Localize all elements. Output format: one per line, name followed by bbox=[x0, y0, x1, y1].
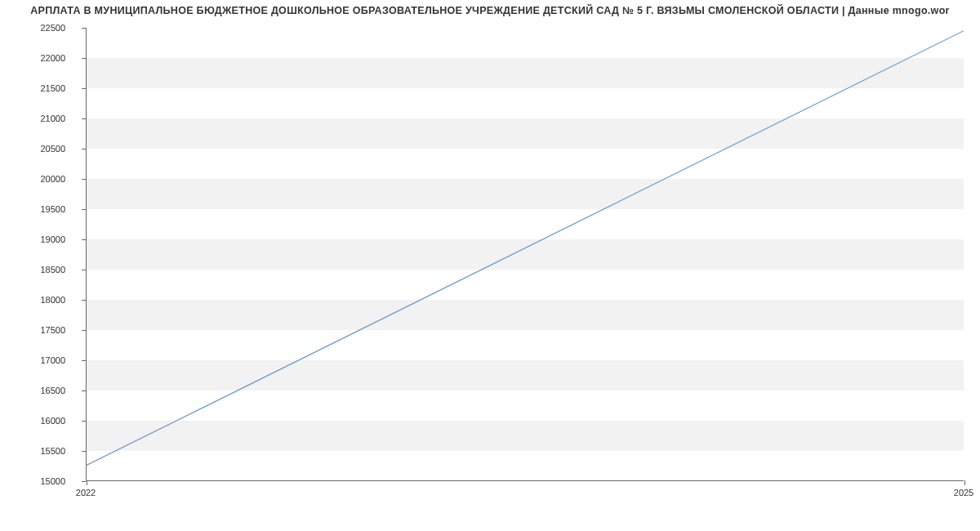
y-axis-label: 22500 bbox=[40, 23, 65, 33]
y-axis-label: 18000 bbox=[40, 295, 65, 305]
y-axis-label: 22000 bbox=[40, 53, 65, 63]
x-tick bbox=[964, 480, 965, 485]
y-tick bbox=[82, 149, 86, 149]
y-axis-label: 21500 bbox=[40, 83, 65, 93]
y-axis-label: 20000 bbox=[40, 174, 65, 184]
y-tick bbox=[82, 270, 86, 270]
y-tick bbox=[82, 330, 86, 331]
y-tick bbox=[82, 390, 86, 391]
y-axis-label: 18500 bbox=[40, 265, 65, 274]
y-tick bbox=[82, 239, 86, 240]
x-tick bbox=[87, 480, 87, 485]
plot-region bbox=[86, 28, 964, 481]
y-tick bbox=[82, 209, 86, 210]
y-axis-label: 19500 bbox=[40, 204, 65, 214]
y-tick bbox=[82, 360, 86, 361]
y-axis-label: 15000 bbox=[40, 476, 65, 486]
y-tick bbox=[82, 451, 86, 452]
y-tick bbox=[82, 88, 86, 89]
y-tick bbox=[82, 300, 86, 301]
y-tick bbox=[82, 118, 86, 119]
y-tick bbox=[82, 179, 86, 180]
y-tick bbox=[82, 481, 86, 482]
y-axis-label: 17500 bbox=[40, 325, 65, 335]
y-axis-label: 19000 bbox=[40, 234, 65, 244]
x-axis-label: 2025 bbox=[954, 488, 973, 498]
chart-area: 1500015500160001650017000175001800018500… bbox=[8, 20, 972, 502]
y-axis-label: 17000 bbox=[40, 355, 65, 365]
y-axis-label: 21000 bbox=[40, 114, 65, 123]
y-tick bbox=[82, 28, 86, 29]
data-line bbox=[87, 31, 964, 466]
y-axis-label: 16500 bbox=[40, 386, 65, 395]
line-svg bbox=[87, 28, 964, 480]
y-tick bbox=[82, 58, 86, 59]
y-axis-label: 16000 bbox=[40, 416, 65, 426]
chart-title: АРПЛАТА В МУНИЦИПАЛЬНОЕ БЮДЖЕТНОЕ ДОШКОЛ… bbox=[0, 0, 980, 20]
y-axis-label: 15500 bbox=[40, 446, 65, 456]
y-tick bbox=[82, 421, 86, 422]
x-axis-label: 2022 bbox=[76, 488, 96, 498]
y-axis-label: 20500 bbox=[40, 144, 65, 154]
